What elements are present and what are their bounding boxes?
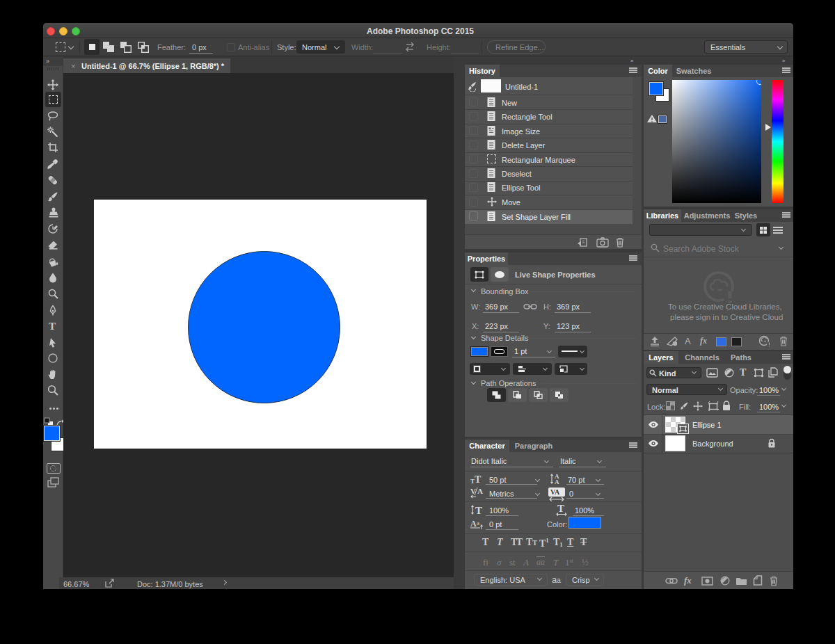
svg-text:A: A bbox=[555, 478, 559, 485]
svg-text:a: a bbox=[477, 520, 479, 526]
svg-text:A: A bbox=[477, 487, 483, 495]
svg-text:T: T bbox=[557, 504, 564, 514]
svg-text:T: T bbox=[475, 505, 482, 515]
svg-text:A: A bbox=[470, 519, 477, 529]
